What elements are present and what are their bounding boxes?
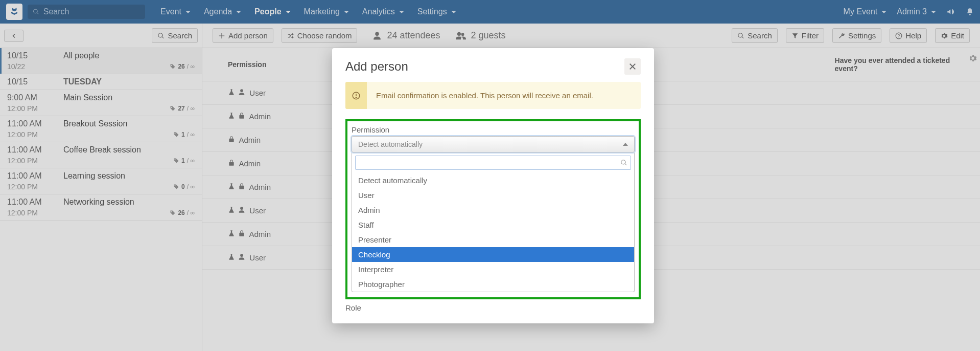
dropdown-search-input[interactable] [359,158,620,167]
logo-icon [10,7,19,16]
flask-icon [228,253,235,262]
flask-icon [228,112,235,121]
nav-agenda[interactable]: Agenda [204,7,241,16]
flask-icon [228,183,235,191]
tag-count: 27 / ∞ [170,105,195,112]
chevron-down-icon [286,11,291,13]
nav-settings[interactable]: Settings [417,7,456,16]
nav-my-event[interactable]: My Event [844,7,887,16]
filter-icon [791,32,799,39]
add-person-button[interactable]: Add person [213,28,273,43]
back-button[interactable] [4,30,24,42]
chevron-down-icon [451,11,456,13]
permission-option[interactable]: Interpreter [352,262,634,277]
choose-random-button[interactable]: Choose random [282,28,358,43]
wrench-icon [838,32,845,39]
flask-icon [228,89,235,97]
sidebar-item[interactable]: 11:00 AMBreakout Session12:00 PM1 / ∞ [0,116,202,142]
chevron-down-icon [881,11,886,13]
user-icon [238,206,245,215]
tag-count: 0 / ∞ [173,183,195,190]
megaphone-icon[interactable] [946,7,955,16]
sidebar-search-button[interactable]: Search [152,28,198,43]
nav-user[interactable]: Admin 3 [897,7,936,16]
svg-text:?: ? [898,33,900,38]
chevron-up-icon [623,143,628,146]
users-icon [456,31,466,40]
permission-section-highlight: Permission Detect automatically Detect a… [345,119,641,299]
permission-option[interactable]: Admin [352,203,634,217]
attendees-stat: 24 attendees [372,30,440,41]
search-icon [33,8,39,15]
sidebar-item[interactable]: 10/15All people10/2226 / ∞ [0,48,202,74]
permission-selected-value: Detect automatically [358,140,423,148]
lock-icon [238,183,245,191]
add-person-modal: Add person Email confirmation is enabled… [332,48,654,323]
chevron-down-icon [344,11,349,13]
column-header[interactable]: Have you ever attended a ticketed event? [825,48,980,81]
permission-option[interactable]: Detect automatically [352,173,634,188]
modal-title: Add person [345,59,408,74]
tag-count: 1 / ∞ [173,131,195,138]
nav-marketing[interactable]: Marketing [304,7,349,16]
choose-random-label: Choose random [297,31,352,40]
chevron-down-icon [185,11,191,13]
search-icon [620,159,627,166]
chevron-down-icon [399,11,404,13]
user-icon [372,31,382,40]
sidebar-item[interactable]: 11:00 AMNetworking session12:00 PM26 / ∞ [0,194,202,221]
close-icon [628,62,637,71]
flask-icon [228,230,235,238]
filter-button[interactable]: Filter [786,28,824,43]
permission-option[interactable]: Photographer [352,277,634,292]
add-person-label: Add person [228,31,268,40]
permission-label: Permission [352,125,635,136]
nav-analytics[interactable]: Analytics [362,7,404,16]
role-label: Role [345,303,641,312]
nav-people[interactable]: People [254,7,290,16]
guests-stat: 2 guests [456,30,506,41]
global-search[interactable] [28,5,145,19]
chevron-left-icon [11,33,17,39]
settings-button[interactable]: Settings [832,28,881,43]
edit-button[interactable]: Edit [935,28,970,43]
dropdown-search[interactable] [355,156,631,170]
permission-option[interactable]: Presenter [352,232,634,247]
plus-icon [218,32,225,39]
permission-select[interactable]: Detect automatically [352,136,635,152]
warning-icon [352,91,361,100]
search-icon [737,32,744,39]
flask-icon [228,206,235,215]
bell-icon[interactable] [966,8,974,16]
permission-option[interactable]: User [352,188,634,203]
global-search-input[interactable] [42,7,140,17]
column-header[interactable]: Permission [202,48,340,81]
user-icon [238,89,245,97]
sidebar-item[interactable]: 11:00 AMCoffee Break session12:00 PM1 / … [0,142,202,168]
help-button[interactable]: ? Help [890,28,927,43]
sidebar-item[interactable]: 11:00 AMLearning session12:00 PM0 / ∞ [0,168,202,194]
lock-icon [238,230,245,238]
lock-icon [228,159,235,168]
chevron-down-icon [236,11,241,13]
gear-icon [941,32,948,39]
sidebar-item[interactable]: 9:00 AMMain Session12:00 PM27 / ∞ [0,90,202,116]
sidebar-item[interactable]: 10/15TUESDAY [0,74,202,90]
toolbar-search-button[interactable]: Search [732,28,778,43]
chevron-down-icon [931,11,936,13]
lock-icon [238,112,245,121]
tag-count: 26 / ∞ [170,63,195,70]
modal-close-button[interactable] [624,58,641,75]
agenda-sidebar: Search 10/15All people10/2226 / ∞10/15TU… [0,24,202,351]
top-nav: EventAgendaPeopleMarketingAnalyticsSetti… [0,0,980,24]
search-icon [157,32,165,39]
permission-option[interactable]: Checklog [352,247,634,262]
permission-dropdown: Detect automaticallyUserAdminStaffPresen… [352,152,635,292]
permission-option[interactable]: Staff [352,217,634,232]
sidebar-search-label: Search [168,31,192,40]
tag-count: 26 / ∞ [170,209,195,216]
nav-event[interactable]: Event [160,7,191,16]
lock-icon [228,136,235,144]
app-logo[interactable] [6,4,22,20]
email-confirmation-alert: Email confirmation is enabled. This pers… [345,82,641,109]
